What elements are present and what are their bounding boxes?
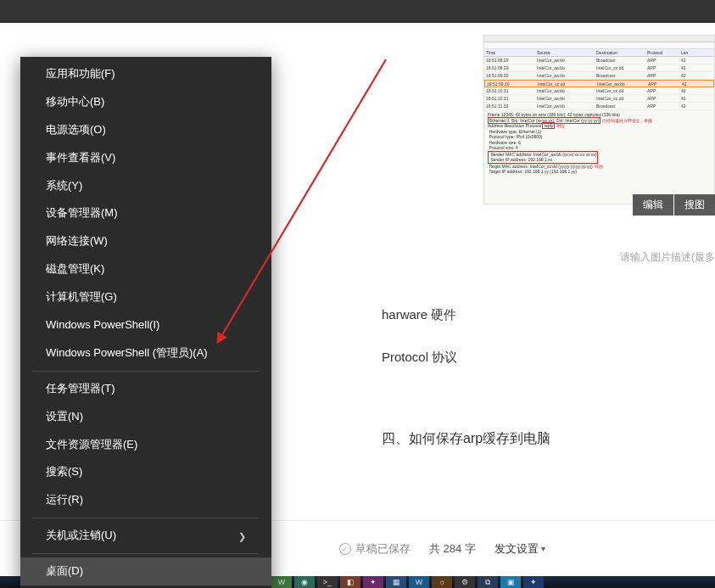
- chevron-right-icon: ❯: [238, 530, 246, 542]
- taskbar-app-icon[interactable]: ▦: [386, 576, 406, 588]
- winx-context-menu: 应用和功能(F)移动中心(B)电源选项(O)事件查看器(V)系统(Y)设备管理器…: [20, 57, 271, 588]
- winx-item[interactable]: 设备管理器(M): [20, 199, 271, 227]
- draft-saved-status: ✓ 草稿已保存: [339, 541, 411, 557]
- word-count: 共 284 字: [429, 541, 476, 557]
- image-search-button[interactable]: 搜图: [674, 194, 715, 216]
- winx-item[interactable]: 运行(R): [20, 486, 271, 514]
- winx-item[interactable]: Windows PowerShell(I): [20, 311, 271, 339]
- winx-item[interactable]: 计算机管理(G): [20, 283, 271, 311]
- winx-item[interactable]: 应用和功能(F): [20, 60, 271, 88]
- taskbar-app-icon[interactable]: ✦: [363, 576, 383, 588]
- anno-response: 响应: [556, 123, 565, 128]
- section-title: 四、如何保存arp缓存到电脑: [382, 430, 550, 448]
- winx-item[interactable]: 设置(N): [20, 403, 271, 431]
- taskbar-app-icon[interactable]: >_: [317, 576, 338, 588]
- text-protocol: Protocol 协议: [382, 350, 457, 366]
- winx-item[interactable]: 任务管理器(T): [20, 375, 271, 403]
- winx-item[interactable]: 磁盘管理(K): [20, 255, 271, 283]
- taskbar-app-icon[interactable]: ⧉: [478, 576, 498, 588]
- taskbar-app-icon[interactable]: W: [409, 576, 429, 588]
- winx-item[interactable]: 事件查看器(V): [20, 144, 271, 172]
- winx-item[interactable]: Windows PowerShell (管理员)(A): [20, 339, 271, 367]
- anno-dest: 目的: [595, 164, 603, 169]
- taskbar-app-icon[interactable]: ▣: [500, 576, 521, 588]
- menu-separator: [32, 553, 260, 554]
- publish-settings-button[interactable]: 发文设置 ▾: [494, 541, 545, 557]
- publish-label: 发文设置: [494, 541, 539, 557]
- taskbar-app-icon[interactable]: ◉: [294, 576, 315, 588]
- saved-label: 草稿已保存: [355, 541, 411, 557]
- winx-item[interactable]: 关机或注销(U)❯: [20, 522, 271, 550]
- taskbar-app-icon[interactable]: ✦: [523, 576, 544, 588]
- image-edit-button[interactable]: 编辑: [633, 194, 673, 216]
- check-icon: ✓: [339, 543, 351, 555]
- app-top-bar: [0, 0, 715, 23]
- winx-item[interactable]: 桌面(D): [20, 557, 271, 585]
- winx-item[interactable]: 搜索(S): [20, 458, 271, 486]
- menu-separator: [32, 518, 260, 518]
- taskbar-app-icon[interactable]: ☼: [432, 576, 452, 588]
- embedded-screenshot[interactable]: TimeSourceDestinationProtocolLen 18:51:0…: [483, 35, 715, 204]
- text-hardware: harware 硬件: [382, 307, 456, 323]
- winx-item[interactable]: 移动中心(B): [20, 88, 271, 116]
- taskbar-app-icon[interactable]: ⚙: [455, 576, 475, 588]
- winx-item[interactable]: 电源选项(O): [20, 116, 271, 144]
- image-caption-input[interactable]: 请输入图片描述(最多: [620, 250, 715, 265]
- winx-item[interactable]: 网络连接(W): [20, 227, 271, 255]
- winx-item[interactable]: 系统(Y): [20, 172, 271, 200]
- article-content: TimeSourceDestinationProtocolLen 18:51:0…: [271, 23, 715, 520]
- chevron-down-icon: ▾: [541, 544, 545, 553]
- anno-known-ip: 已经知道对方IP地址，单播: [602, 118, 653, 123]
- menu-separator: [32, 371, 260, 372]
- taskbar-app-icon[interactable]: W: [271, 576, 292, 588]
- winx-item[interactable]: 文件资源管理器(E): [20, 431, 271, 459]
- taskbar-app-icon[interactable]: ◧: [340, 576, 360, 588]
